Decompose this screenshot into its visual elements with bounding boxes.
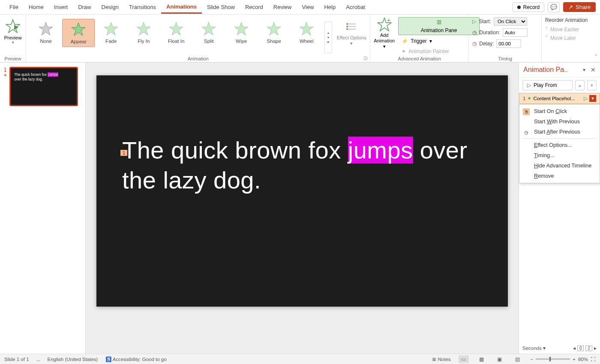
zoom-knob[interactable] xyxy=(549,357,551,361)
fit-to-window-button[interactable]: ⛶ xyxy=(591,357,596,362)
anim-flyin[interactable]: Fly In xyxy=(127,19,160,46)
anim-floatin[interactable]: Float In xyxy=(160,19,192,46)
view-reading-button[interactable]: ▣ xyxy=(495,355,505,363)
animation-pane-button[interactable]: ▥Animation Pane xyxy=(398,17,480,35)
zoom-in-button[interactable]: + xyxy=(573,357,576,362)
ctx-hide-timeline[interactable]: Hide Advanced Timeline xyxy=(519,161,600,171)
anim-appear[interactable]: Appear xyxy=(62,19,95,47)
tab-home[interactable]: Home xyxy=(24,1,49,13)
comments-button[interactable]: 💬 xyxy=(548,2,560,12)
ctx-start-after-previous[interactable]: ◷Start After Previous xyxy=(519,127,600,137)
animation-context-menu: 🖱Start On Click Start With Previous ◷Sta… xyxy=(519,104,600,183)
play-from-button[interactable]: ▷Play From xyxy=(522,80,573,90)
svg-marker-7 xyxy=(202,22,216,35)
move-earlier-button[interactable]: ˄Move Earlier xyxy=(545,27,597,33)
thumb-number: 1 xyxy=(4,67,7,73)
timeline-scroll[interactable]: ◂ 0 2 ▸ xyxy=(573,345,597,351)
effect-options-button[interactable]: Effect Options ▾ xyxy=(336,19,366,46)
tab-slideshow[interactable]: Slide Show xyxy=(202,1,240,13)
timeline-right-icon[interactable]: ▸ xyxy=(594,345,597,351)
slide-text-highlight: jumps xyxy=(348,137,413,164)
advanced-animation-group-label: Advanced Animation xyxy=(370,56,468,61)
animation-gallery-more[interactable]: ▴▾⏷ xyxy=(324,21,332,53)
duration-input[interactable] xyxy=(503,28,528,37)
slide-canvas[interactable]: 1 The quick brown fox jumps over the laz… xyxy=(96,75,508,307)
animation-pane: Animation Pa.. ▾✕ ▷Play From ▲ ▼ 1 ✶ Con… xyxy=(519,63,600,354)
delay-input[interactable] xyxy=(496,39,521,48)
tab-design[interactable]: Design xyxy=(96,1,124,13)
preview-button[interactable]: Preview ▾ xyxy=(4,16,22,45)
entry-star-icon: ✶ xyxy=(527,95,531,101)
advanced-animation-group: + Add Animation ▾ ▥Animation Pane ⚡Trigg… xyxy=(370,15,469,62)
animation-dialog-launcher[interactable]: ◲ xyxy=(363,56,367,60)
status-accessibility[interactable]: ♿ Accessibility: Good to go xyxy=(105,356,166,362)
anim-order-tag[interactable]: 1 xyxy=(120,150,127,156)
add-animation-label: Add Animation xyxy=(374,33,395,43)
animation-pane-footer: Seconds ▾ ◂ 0 2 ▸ xyxy=(519,343,600,354)
add-animation-button[interactable]: + Add Animation ▾ xyxy=(374,17,395,56)
start-select[interactable]: On Click xyxy=(494,17,527,26)
zoom-slider[interactable] xyxy=(536,358,570,360)
tab-transitions[interactable]: Transitions xyxy=(124,1,161,13)
ctx-effect-options[interactable]: Effect Options... xyxy=(519,140,600,150)
status-language[interactable]: English (United States) xyxy=(48,357,98,362)
star-icon xyxy=(267,21,281,36)
tab-acrobat[interactable]: Acrobat xyxy=(341,1,370,13)
notes-button[interactable]: ≣ Notes xyxy=(432,356,450,362)
status-spellcheck-icon[interactable]: ⎵ xyxy=(37,357,40,362)
ctx-timing[interactable]: Timing... xyxy=(519,150,600,161)
zoom-out-button[interactable]: − xyxy=(531,357,534,362)
pane-close-icon[interactable]: ✕ xyxy=(591,66,596,73)
start-label: Start: xyxy=(479,18,491,24)
timeline-left-icon[interactable]: ◂ xyxy=(573,345,576,351)
ctx-remove[interactable]: Remove xyxy=(519,171,600,181)
view-slideshow-button[interactable]: ▤ xyxy=(513,355,523,363)
tab-file[interactable]: File xyxy=(4,1,24,13)
entry-number: 1 xyxy=(523,96,525,101)
slide-text[interactable]: The quick brown fox jumps over the lazy … xyxy=(122,135,482,195)
anim-floatin-label: Float In xyxy=(168,39,184,44)
zoom-value[interactable]: 80% xyxy=(578,357,588,362)
anim-wheel[interactable]: Wheel xyxy=(290,19,323,46)
move-later-button[interactable]: ˅Move Later xyxy=(545,35,597,41)
anim-indicator-icon: ✶ xyxy=(3,73,7,78)
view-normal-button[interactable]: ▭ xyxy=(459,355,469,363)
tab-draw[interactable]: Draw xyxy=(73,1,96,13)
share-button[interactable]: ↗Share xyxy=(563,2,596,12)
anim-shape[interactable]: Shape xyxy=(258,19,290,46)
ribbon-collapse-button[interactable]: ˅ xyxy=(595,54,597,60)
slide-editor[interactable]: 1 The quick brown fox jumps over the laz… xyxy=(86,63,519,354)
tab-insert[interactable]: Insert xyxy=(49,1,73,13)
timeline-2: 2 xyxy=(585,346,592,351)
tab-help[interactable]: Help xyxy=(319,1,341,13)
tab-view[interactable]: View xyxy=(297,1,319,13)
tab-record[interactable]: Record xyxy=(240,1,268,13)
animation-entry-1[interactable]: 1 ✶ Content Placehol... ▷ ▼ xyxy=(519,93,600,104)
ctx-start-on-click[interactable]: 🖱Start On Click xyxy=(519,106,600,116)
entry-dropdown-button[interactable]: ▼ xyxy=(589,95,596,102)
separator xyxy=(522,138,597,139)
record-label: Record xyxy=(523,4,540,10)
trigger-button[interactable]: ⚡Trigger ▾ xyxy=(398,37,480,45)
ctx-start-with-previous[interactable]: Start With Previous xyxy=(519,116,600,127)
seconds-label[interactable]: Seconds xyxy=(522,346,542,351)
pane-menu-icon[interactable]: ▾ xyxy=(583,67,585,73)
animation-painter-button[interactable]: ✦Animation Painter xyxy=(398,47,480,56)
thumbnail-1[interactable]: 1 ✶ The quick brown fox jumps over the l… xyxy=(3,67,82,106)
workspace: 1 ✶ The quick brown fox jumps over the l… xyxy=(0,63,600,354)
move-down-button[interactable]: ▼ xyxy=(587,80,597,90)
status-slide-count[interactable]: Slide 1 of 1 xyxy=(4,357,29,362)
mouse-icon: 🖱 xyxy=(523,108,530,115)
svg-marker-10 xyxy=(300,22,313,35)
chevron-down-icon: ˅ xyxy=(545,35,548,41)
tab-animations[interactable]: Animations xyxy=(161,1,202,14)
view-sorter-button[interactable]: ▦ xyxy=(477,355,487,363)
anim-wipe[interactable]: Wipe xyxy=(225,19,258,46)
record-button[interactable]: Record xyxy=(513,3,545,12)
anim-fade[interactable]: Fade xyxy=(95,19,127,46)
move-up-button[interactable]: ▲ xyxy=(575,80,585,90)
tab-review[interactable]: Review xyxy=(268,1,297,13)
trigger-label: Trigger xyxy=(411,38,427,44)
anim-split[interactable]: Split xyxy=(192,19,225,46)
anim-none[interactable]: None xyxy=(30,19,62,46)
